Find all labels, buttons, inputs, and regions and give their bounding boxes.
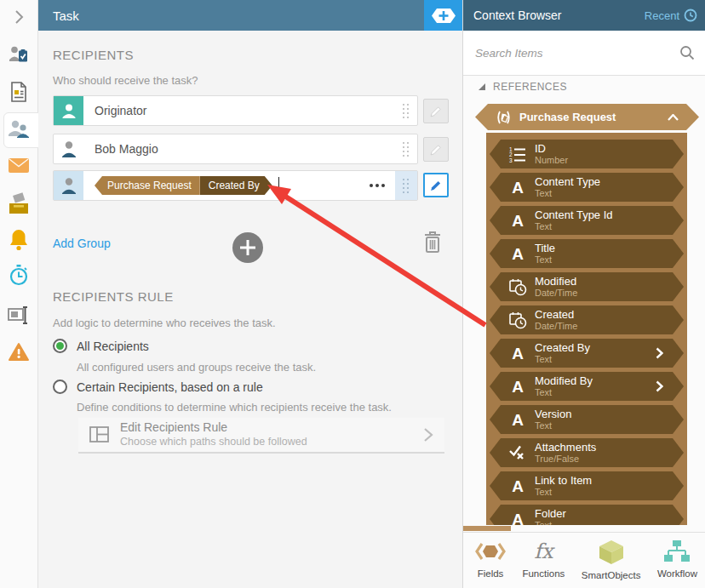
tab-workflow[interactable]: Workflow (657, 539, 697, 588)
edit-recipient-button[interactable] (423, 99, 449, 123)
tab-smartobjects[interactable]: SmartObjects (582, 539, 641, 588)
ballot-box-icon[interactable] (0, 192, 37, 216)
context-item-link-to-item[interactable]: A Link to ItemText (490, 471, 684, 500)
item-label: Title (535, 242, 555, 255)
delete-trash-icon[interactable] (423, 231, 442, 254)
context-item-title[interactable]: A TitleText (490, 239, 684, 268)
fields-icon (475, 539, 506, 563)
pencil-icon (429, 104, 444, 118)
group-name: Purchase Request (519, 111, 616, 123)
email-envelope-icon[interactable] (0, 157, 37, 174)
add-object-reference-button[interactable] (424, 0, 462, 31)
text-icon: A (507, 412, 529, 428)
item-type: Text (535, 188, 600, 199)
form-document-icon[interactable] (0, 81, 37, 103)
text-icon: A (507, 213, 529, 229)
context-item-attachments[interactable]: AttachmentsTrue/False (490, 438, 684, 467)
numbered-list-icon: 1 2 3 (507, 145, 529, 163)
context-item-version[interactable]: A VersionText (490, 405, 684, 434)
item-label: Modified (535, 275, 577, 288)
context-item-modified-by[interactable]: A Modified ByText (490, 372, 684, 401)
purchase-request-field-list: 1 2 3 IDNumber A Content TypeText A Cont… (486, 133, 687, 525)
user-avatar (54, 134, 83, 163)
recipient-name: Bob Maggio (95, 142, 158, 156)
search-icon[interactable] (679, 45, 695, 60)
radio-all-recipients[interactable] (53, 339, 67, 353)
radio-selected-dot (56, 342, 64, 350)
chevron-up-icon (668, 114, 679, 121)
context-item-content-type[interactable]: A Content TypeText (490, 173, 684, 202)
horizontal-scrollbar-thumb[interactable] (463, 526, 511, 531)
rule-description: Add logic to determine who receives the … (53, 317, 276, 329)
recipient-row-originator[interactable]: Originator (53, 95, 418, 126)
context-item-content-type-id[interactable]: A Content Type IdText (490, 206, 684, 235)
tab-label: Fields (478, 568, 504, 579)
token-purchase-request[interactable]: Purchase Request (95, 176, 200, 195)
recipient-row-reference[interactable]: Purchase Request Created By (53, 170, 418, 201)
item-label: Link to Item (535, 474, 592, 488)
context-browser-footer: Fields fx Functions SmartObjects (463, 532, 705, 588)
item-label: ID (535, 142, 568, 156)
add-recipient-button[interactable] (232, 232, 263, 263)
context-search-bar (463, 31, 705, 76)
clock-icon (684, 9, 697, 22)
bell-icon[interactable] (0, 228, 37, 252)
collapse-chevron-icon[interactable] (0, 6, 37, 28)
recent-button[interactable]: Recent (645, 9, 697, 22)
edit-recipient-button[interactable] (423, 137, 449, 162)
edit-recipient-button-active[interactable] (423, 173, 449, 197)
recipient-name: Originator (95, 104, 146, 117)
monitor-cursor-icon[interactable] (0, 305, 37, 327)
item-label: Version (535, 408, 571, 421)
item-type: True/False (535, 454, 596, 465)
radio-sublabel: All configured users and groups receive … (77, 361, 316, 374)
references-section-toggle[interactable]: REFERENCES (479, 81, 567, 93)
datetime-icon (507, 277, 529, 296)
context-item-modified[interactable]: ModifiedDate/Time (490, 272, 684, 301)
drag-handle[interactable] (395, 134, 417, 163)
tab-label: SmartObjects (582, 570, 641, 580)
recipient-row-user[interactable]: Bob Maggio (53, 134, 418, 164)
radio-certain-recipients[interactable] (53, 380, 67, 394)
user-task-icon[interactable] (0, 44, 37, 65)
text-icon: A (507, 511, 529, 526)
reference-icon (496, 110, 512, 125)
text-icon: A (507, 478, 529, 494)
warning-triangle-icon[interactable] (0, 342, 37, 363)
drag-handle[interactable] (395, 171, 417, 200)
item-type: Number (535, 155, 568, 166)
edit-recipients-rule-button[interactable]: Edit Recipients Rule Choose which paths … (78, 418, 444, 454)
add-group-link[interactable]: Add Group (53, 237, 111, 250)
search-input[interactable] (473, 46, 679, 60)
item-label: Content Type Id (535, 208, 613, 222)
pencil-icon (429, 178, 444, 192)
originator-avatar (54, 96, 83, 125)
text-icon: A (507, 246, 529, 262)
task-header: Task (38, 0, 462, 31)
drag-handle[interactable] (395, 96, 417, 125)
radio-label[interactable]: All Recipients (77, 340, 149, 353)
context-item-folder[interactable]: A FolderText (490, 505, 684, 525)
table-icon (89, 426, 110, 443)
edit-rule-label: Edit Recipients Rule (120, 420, 307, 436)
item-label: Created (535, 308, 577, 322)
tab-functions[interactable]: fx Functions (522, 539, 565, 588)
item-type: Text (535, 254, 555, 265)
pencil-icon (429, 142, 444, 157)
token-created-by[interactable]: Created By (200, 176, 272, 195)
more-options-icon[interactable] (363, 184, 385, 187)
item-label: Modified By (535, 374, 593, 388)
reference-avatar (54, 171, 83, 200)
collapse-triangle-icon (479, 83, 485, 90)
context-item-created[interactable]: CreatedDate/Time (490, 305, 684, 334)
context-item-id[interactable]: 1 2 3 IDNumber (490, 140, 684, 168)
purchase-request-group-header[interactable]: Purchase Request (475, 104, 699, 130)
context-item-created-by[interactable]: A Created ByText (490, 339, 684, 368)
panel-title: Task (53, 9, 79, 23)
chevron-right-icon (656, 380, 663, 392)
timer-stopwatch-icon[interactable] (0, 264, 37, 288)
tab-fields[interactable]: Fields (475, 539, 506, 588)
recipients-people-icon[interactable] (0, 118, 37, 140)
radio-label[interactable]: Certain Recipients, based on a rule (77, 380, 263, 394)
boolean-icon (507, 443, 529, 462)
